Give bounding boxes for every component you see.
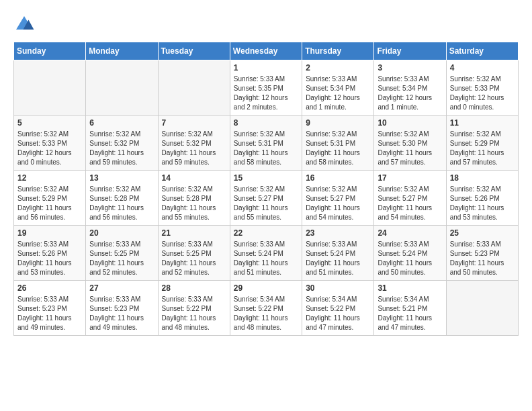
calendar-cell: 21 Sunrise: 5:33 AM Sunset: 5:25 PM Dayl… bbox=[158, 226, 230, 281]
sunset-text: Sunset: 5:31 PM bbox=[234, 140, 283, 147]
sunset-text: Sunset: 5:34 PM bbox=[306, 85, 355, 92]
calendar-cell: 15 Sunrise: 5:32 AM Sunset: 5:27 PM Dayl… bbox=[230, 171, 302, 226]
sunset-text: Sunset: 5:27 PM bbox=[378, 195, 427, 202]
day-number: 21 bbox=[162, 228, 226, 238]
calendar-week-1: 1 Sunrise: 5:33 AM Sunset: 5:35 PM Dayli… bbox=[14, 60, 519, 116]
day-number: 19 bbox=[17, 228, 82, 238]
calendar-cell: 31 Sunrise: 5:34 AM Sunset: 5:21 PM Dayl… bbox=[374, 281, 446, 336]
day-number: 10 bbox=[378, 118, 442, 128]
day-info: Sunrise: 5:33 AM Sunset: 5:23 PM Dayligh… bbox=[17, 295, 82, 332]
sunset-text: Sunset: 5:26 PM bbox=[450, 195, 500, 202]
daylight-text: Daylight: 11 hours and 51 minutes. bbox=[234, 259, 288, 276]
calendar-cell: 9 Sunrise: 5:32 AM Sunset: 5:31 PM Dayli… bbox=[302, 116, 374, 171]
day-number: 13 bbox=[89, 173, 154, 183]
day-info: Sunrise: 5:33 AM Sunset: 5:24 PM Dayligh… bbox=[378, 240, 442, 277]
daylight-text: Daylight: 11 hours and 47 minutes. bbox=[378, 314, 432, 331]
day-number: 9 bbox=[306, 118, 370, 128]
sunset-text: Sunset: 5:23 PM bbox=[17, 305, 67, 312]
daylight-text: Daylight: 12 hours and 1 minute. bbox=[306, 94, 360, 111]
day-number: 14 bbox=[162, 173, 226, 183]
calendar-table: SundayMondayTuesdayWednesdayThursdayFrid… bbox=[13, 42, 519, 336]
calendar-cell: 19 Sunrise: 5:33 AM Sunset: 5:26 PM Dayl… bbox=[14, 226, 86, 281]
day-info: Sunrise: 5:33 AM Sunset: 5:23 PM Dayligh… bbox=[89, 295, 154, 332]
calendar-cell bbox=[14, 60, 86, 116]
daylight-text: Daylight: 11 hours and 59 minutes. bbox=[162, 149, 216, 166]
column-header-saturday: Saturday bbox=[446, 42, 518, 60]
daylight-text: Daylight: 11 hours and 56 minutes. bbox=[17, 204, 72, 221]
daylight-text: Daylight: 11 hours and 52 minutes. bbox=[89, 259, 144, 276]
day-number: 7 bbox=[162, 118, 226, 128]
day-info: Sunrise: 5:33 AM Sunset: 5:34 PM Dayligh… bbox=[306, 75, 370, 112]
day-info: Sunrise: 5:32 AM Sunset: 5:32 PM Dayligh… bbox=[162, 130, 226, 167]
day-number: 4 bbox=[450, 63, 515, 73]
day-number: 1 bbox=[234, 63, 298, 73]
day-number: 22 bbox=[234, 228, 298, 238]
calendar-cell: 27 Sunrise: 5:33 AM Sunset: 5:23 PM Dayl… bbox=[86, 281, 158, 336]
calendar-cell: 17 Sunrise: 5:32 AM Sunset: 5:27 PM Dayl… bbox=[374, 171, 446, 226]
sunset-text: Sunset: 5:25 PM bbox=[89, 250, 139, 257]
sunset-text: Sunset: 5:25 PM bbox=[162, 250, 212, 257]
day-info: Sunrise: 5:32 AM Sunset: 5:32 PM Dayligh… bbox=[89, 130, 154, 167]
sunset-text: Sunset: 5:34 PM bbox=[378, 85, 427, 92]
sunrise-text: Sunrise: 5:33 AM bbox=[162, 295, 213, 303]
daylight-text: Daylight: 11 hours and 58 minutes. bbox=[234, 149, 288, 166]
sunrise-text: Sunrise: 5:32 AM bbox=[17, 185, 69, 193]
sunset-text: Sunset: 5:32 PM bbox=[89, 140, 139, 147]
calendar-cell: 2 Sunrise: 5:33 AM Sunset: 5:34 PM Dayli… bbox=[302, 60, 374, 116]
day-info: Sunrise: 5:32 AM Sunset: 5:33 PM Dayligh… bbox=[17, 130, 82, 167]
daylight-text: Daylight: 11 hours and 47 minutes. bbox=[306, 314, 360, 331]
column-header-monday: Monday bbox=[86, 42, 158, 60]
calendar-cell: 1 Sunrise: 5:33 AM Sunset: 5:35 PM Dayli… bbox=[230, 60, 302, 116]
calendar-cell: 14 Sunrise: 5:32 AM Sunset: 5:28 PM Dayl… bbox=[158, 171, 230, 226]
calendar-cell: 4 Sunrise: 5:32 AM Sunset: 5:33 PM Dayli… bbox=[446, 60, 518, 116]
daylight-text: Daylight: 11 hours and 50 minutes. bbox=[378, 259, 432, 276]
sunrise-text: Sunrise: 5:33 AM bbox=[89, 240, 140, 248]
sunrise-text: Sunrise: 5:33 AM bbox=[450, 240, 501, 248]
sunrise-text: Sunrise: 5:32 AM bbox=[234, 185, 285, 193]
sunrise-text: Sunrise: 5:33 AM bbox=[89, 295, 140, 303]
sunset-text: Sunset: 5:29 PM bbox=[17, 195, 67, 202]
daylight-text: Daylight: 11 hours and 49 minutes. bbox=[89, 314, 144, 331]
calendar-week-3: 12 Sunrise: 5:32 AM Sunset: 5:29 PM Dayl… bbox=[14, 171, 519, 226]
day-info: Sunrise: 5:32 AM Sunset: 5:27 PM Dayligh… bbox=[306, 185, 370, 222]
day-number: 3 bbox=[378, 63, 442, 73]
sunrise-text: Sunrise: 5:32 AM bbox=[378, 130, 429, 138]
column-header-tuesday: Tuesday bbox=[158, 42, 230, 60]
sunset-text: Sunset: 5:22 PM bbox=[306, 305, 355, 312]
day-info: Sunrise: 5:34 AM Sunset: 5:21 PM Dayligh… bbox=[378, 295, 442, 332]
sunrise-text: Sunrise: 5:33 AM bbox=[17, 240, 69, 248]
sunset-text: Sunset: 5:33 PM bbox=[450, 85, 500, 92]
day-number: 20 bbox=[89, 228, 154, 238]
day-info: Sunrise: 5:33 AM Sunset: 5:25 PM Dayligh… bbox=[162, 240, 226, 277]
sunrise-text: Sunrise: 5:32 AM bbox=[89, 130, 140, 138]
sunset-text: Sunset: 5:29 PM bbox=[450, 140, 500, 147]
sunset-text: Sunset: 5:27 PM bbox=[306, 195, 355, 202]
calendar-cell bbox=[86, 60, 158, 116]
day-number: 24 bbox=[378, 228, 442, 238]
sunset-text: Sunset: 5:33 PM bbox=[17, 140, 67, 147]
daylight-text: Daylight: 12 hours and 2 minutes. bbox=[234, 94, 288, 111]
sunset-text: Sunset: 5:31 PM bbox=[306, 140, 355, 147]
day-number: 31 bbox=[378, 283, 442, 293]
page-header bbox=[13, 13, 519, 35]
daylight-text: Daylight: 11 hours and 48 minutes. bbox=[162, 314, 216, 331]
daylight-text: Daylight: 11 hours and 48 minutes. bbox=[234, 314, 288, 331]
day-info: Sunrise: 5:32 AM Sunset: 5:27 PM Dayligh… bbox=[378, 185, 442, 222]
daylight-text: Daylight: 12 hours and 0 minutes. bbox=[450, 94, 504, 111]
day-number: 8 bbox=[234, 118, 298, 128]
sunrise-text: Sunrise: 5:32 AM bbox=[89, 185, 140, 193]
daylight-text: Daylight: 11 hours and 55 minutes. bbox=[234, 204, 288, 221]
day-number: 25 bbox=[450, 228, 515, 238]
logo-icon bbox=[13, 13, 35, 35]
daylight-text: Daylight: 11 hours and 57 minutes. bbox=[450, 149, 504, 166]
day-info: Sunrise: 5:32 AM Sunset: 5:28 PM Dayligh… bbox=[89, 185, 154, 222]
sunrise-text: Sunrise: 5:32 AM bbox=[234, 130, 285, 138]
day-info: Sunrise: 5:33 AM Sunset: 5:22 PM Dayligh… bbox=[162, 295, 226, 332]
sunrise-text: Sunrise: 5:33 AM bbox=[234, 240, 285, 248]
daylight-text: Daylight: 11 hours and 53 minutes. bbox=[17, 259, 72, 276]
day-info: Sunrise: 5:33 AM Sunset: 5:26 PM Dayligh… bbox=[17, 240, 82, 277]
column-header-friday: Friday bbox=[374, 42, 446, 60]
logo bbox=[13, 13, 38, 35]
calendar-header-row: SundayMondayTuesdayWednesdayThursdayFrid… bbox=[14, 42, 519, 60]
sunset-text: Sunset: 5:28 PM bbox=[162, 195, 212, 202]
